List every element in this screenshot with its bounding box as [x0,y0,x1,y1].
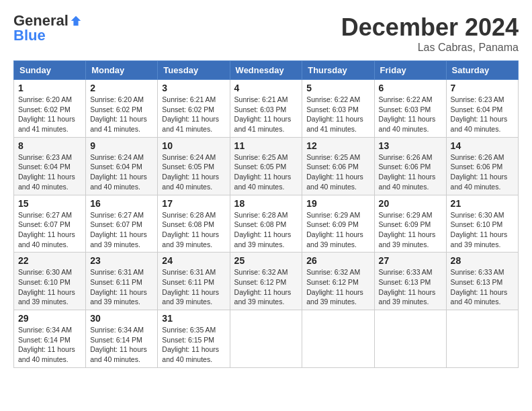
logo-general: General [13,13,69,28]
calendar-cell: 10 Sunrise: 6:24 AMSunset: 6:05 PMDaylig… [158,137,230,195]
day-number: 8 [18,140,81,151]
calendar-cell [446,310,518,368]
logo: General Blue [13,13,82,43]
day-info: Sunrise: 6:34 AMSunset: 6:14 PMDaylight:… [90,326,147,363]
day-number: 24 [162,255,225,266]
day-info: Sunrise: 6:28 AMSunset: 6:08 PMDaylight:… [162,211,219,248]
day-info: Sunrise: 6:33 AMSunset: 6:13 PMDaylight:… [379,268,436,306]
day-number: 14 [451,140,514,151]
day-info: Sunrise: 6:32 AMSunset: 6:12 PMDaylight:… [306,268,363,306]
day-info: Sunrise: 6:32 AMSunset: 6:12 PMDaylight:… [234,268,292,306]
calendar-table: Sunday Monday Tuesday Wednesday Thursday… [13,60,519,368]
day-info: Sunrise: 6:21 AMSunset: 6:02 PMDaylight:… [162,95,219,133]
calendar-cell: 24 Sunrise: 6:31 AMSunset: 6:11 PMDaylig… [158,253,230,310]
day-number: 25 [234,255,298,266]
calendar-header-row: Sunday Monday Tuesday Wednesday Thursday… [14,61,519,80]
calendar-week-row: 8 Sunrise: 6:23 AMSunset: 6:04 PMDayligh… [14,137,519,195]
day-info: Sunrise: 6:26 AMSunset: 6:06 PMDaylight:… [451,153,508,191]
day-number: 15 [18,198,81,209]
day-number: 6 [379,83,442,93]
day-number: 29 [18,313,81,324]
day-number: 23 [90,255,153,266]
calendar-week-row: 29 Sunrise: 6:34 AMSunset: 6:14 PMDaylig… [14,310,519,368]
header-tuesday: Tuesday [158,61,230,80]
calendar-cell: 31 Sunrise: 6:35 AMSunset: 6:15 PMDaylig… [158,310,230,368]
day-info: Sunrise: 6:34 AMSunset: 6:14 PMDaylight:… [18,326,75,363]
day-number: 28 [451,255,514,266]
day-info: Sunrise: 6:20 AMSunset: 6:02 PMDaylight:… [18,95,75,133]
calendar-cell: 19 Sunrise: 6:29 AMSunset: 6:09 PMDaylig… [302,195,374,253]
day-info: Sunrise: 6:24 AMSunset: 6:05 PMDaylight:… [162,153,219,191]
header-sunday: Sunday [14,61,86,80]
calendar-cell: 2 Sunrise: 6:20 AMSunset: 6:02 PMDayligh… [86,80,158,138]
day-info: Sunrise: 6:31 AMSunset: 6:11 PMDaylight:… [90,268,147,306]
day-number: 2 [90,83,153,93]
day-info: Sunrise: 6:27 AMSunset: 6:07 PMDaylight:… [18,211,75,248]
day-info: Sunrise: 6:33 AMSunset: 6:13 PMDaylight:… [451,268,508,306]
day-number: 21 [451,198,514,209]
svg-marker-0 [71,16,81,26]
day-number: 3 [162,83,225,93]
day-info: Sunrise: 6:23 AMSunset: 6:04 PMDaylight:… [18,153,75,191]
day-info: Sunrise: 6:26 AMSunset: 6:06 PMDaylight:… [379,153,436,191]
day-info: Sunrise: 6:28 AMSunset: 6:08 PMDaylight:… [234,211,292,248]
logo-icon [70,15,82,27]
calendar-cell: 12 Sunrise: 6:25 AMSunset: 6:06 PMDaylig… [302,137,374,195]
calendar-cell: 1 Sunrise: 6:20 AMSunset: 6:02 PMDayligh… [14,80,86,138]
day-info: Sunrise: 6:21 AMSunset: 6:03 PMDaylight:… [234,95,292,133]
day-number: 11 [234,140,298,151]
day-number: 30 [90,313,153,324]
day-info: Sunrise: 6:24 AMSunset: 6:04 PMDaylight:… [90,153,147,191]
day-info: Sunrise: 6:30 AMSunset: 6:10 PMDaylight:… [451,211,508,248]
calendar-cell: 13 Sunrise: 6:26 AMSunset: 6:06 PMDaylig… [374,137,446,195]
day-info: Sunrise: 6:25 AMSunset: 6:06 PMDaylight:… [306,153,363,191]
day-info: Sunrise: 6:20 AMSunset: 6:02 PMDaylight:… [90,95,147,133]
day-info: Sunrise: 6:22 AMSunset: 6:03 PMDaylight:… [306,95,363,133]
day-info: Sunrise: 6:29 AMSunset: 6:09 PMDaylight:… [379,211,436,248]
calendar-cell: 4 Sunrise: 6:21 AMSunset: 6:03 PMDayligh… [230,80,302,138]
day-info: Sunrise: 6:31 AMSunset: 6:11 PMDaylight:… [162,268,219,306]
page-header: General Blue December 2024 Las Cabras, P… [13,13,519,54]
calendar-cell: 26 Sunrise: 6:32 AMSunset: 6:12 PMDaylig… [302,253,374,310]
calendar-cell: 11 Sunrise: 6:25 AMSunset: 6:05 PMDaylig… [230,137,302,195]
month-title: December 2024 [341,13,519,42]
day-info: Sunrise: 6:23 AMSunset: 6:04 PMDaylight:… [451,95,508,133]
day-number: 9 [90,140,153,151]
calendar-cell: 20 Sunrise: 6:29 AMSunset: 6:09 PMDaylig… [374,195,446,253]
day-number: 18 [234,198,298,209]
calendar-cell: 8 Sunrise: 6:23 AMSunset: 6:04 PMDayligh… [14,137,86,195]
day-number: 16 [90,198,153,209]
day-info: Sunrise: 6:25 AMSunset: 6:05 PMDaylight:… [234,153,292,191]
calendar-cell [302,310,374,368]
day-number: 10 [162,140,225,151]
day-info: Sunrise: 6:29 AMSunset: 6:09 PMDaylight:… [306,211,363,248]
header-thursday: Thursday [302,61,374,80]
day-info: Sunrise: 6:27 AMSunset: 6:07 PMDaylight:… [90,211,147,248]
title-block: December 2024 Las Cabras, Panama [341,13,519,54]
calendar-cell: 30 Sunrise: 6:34 AMSunset: 6:14 PMDaylig… [86,310,158,368]
calendar-cell: 21 Sunrise: 6:30 AMSunset: 6:10 PMDaylig… [446,195,518,253]
day-number: 20 [379,198,442,209]
location: Las Cabras, Panama [341,42,519,54]
day-number: 1 [18,83,81,93]
calendar-cell [374,310,446,368]
calendar-cell: 29 Sunrise: 6:34 AMSunset: 6:14 PMDaylig… [14,310,86,368]
day-info: Sunrise: 6:35 AMSunset: 6:15 PMDaylight:… [162,326,219,363]
calendar-cell: 14 Sunrise: 6:26 AMSunset: 6:06 PMDaylig… [446,137,518,195]
day-number: 4 [234,83,298,93]
day-number: 7 [451,83,514,93]
calendar-cell: 25 Sunrise: 6:32 AMSunset: 6:12 PMDaylig… [230,253,302,310]
calendar-week-row: 15 Sunrise: 6:27 AMSunset: 6:07 PMDaylig… [14,195,519,253]
calendar-cell: 15 Sunrise: 6:27 AMSunset: 6:07 PMDaylig… [14,195,86,253]
calendar-cell: 7 Sunrise: 6:23 AMSunset: 6:04 PMDayligh… [446,80,518,138]
calendar-cell: 9 Sunrise: 6:24 AMSunset: 6:04 PMDayligh… [86,137,158,195]
calendar-cell: 23 Sunrise: 6:31 AMSunset: 6:11 PMDaylig… [86,253,158,310]
calendar-cell: 28 Sunrise: 6:33 AMSunset: 6:13 PMDaylig… [446,253,518,310]
calendar-cell: 6 Sunrise: 6:22 AMSunset: 6:03 PMDayligh… [374,80,446,138]
calendar-cell: 18 Sunrise: 6:28 AMSunset: 6:08 PMDaylig… [230,195,302,253]
calendar-cell: 16 Sunrise: 6:27 AMSunset: 6:07 PMDaylig… [86,195,158,253]
day-number: 26 [306,255,369,266]
logo-blue: Blue [13,28,46,43]
day-number: 12 [306,140,369,151]
day-number: 13 [379,140,442,151]
